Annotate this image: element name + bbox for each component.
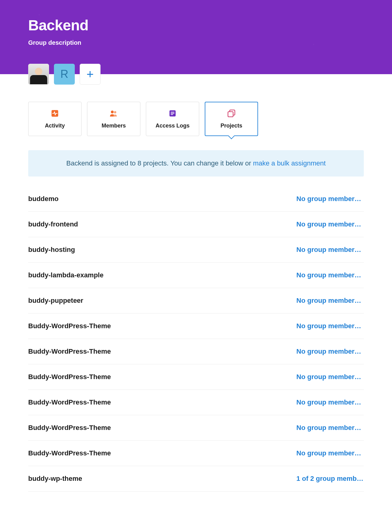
project-name: buddemo	[28, 195, 59, 203]
tab-activity[interactable]: Activity	[28, 102, 82, 136]
project-status-link[interactable]: No group members i...	[296, 322, 364, 330]
project-status-link[interactable]: No group members i...	[296, 348, 364, 355]
member-avatar-letter[interactable]: R	[54, 64, 75, 85]
project-name: Buddy-WordPress-Theme	[28, 424, 111, 432]
tab-access-logs[interactable]: Access Logs	[146, 102, 199, 136]
main-content: ActivityMembersAccess LogsProjects Backe…	[0, 74, 392, 492]
page-subtitle: Group description	[28, 39, 364, 46]
tab-members[interactable]: Members	[87, 102, 140, 136]
project-row[interactable]: buddy-puppeteerNo group members i...	[28, 288, 364, 314]
tab-label: Access Logs	[155, 123, 189, 129]
svg-rect-8	[228, 112, 233, 117]
project-status-link[interactable]: No group members i...	[296, 398, 364, 406]
project-status-link[interactable]: No group members i...	[296, 449, 364, 457]
project-name: buddy-hosting	[28, 246, 75, 254]
bulk-assignment-link[interactable]: make a bulk assignment	[253, 159, 325, 167]
project-status-link[interactable]: No group members i...	[296, 271, 364, 279]
page-title: Backend	[28, 17, 364, 34]
projects-icon	[227, 109, 236, 118]
project-status-link[interactable]: No group members i...	[296, 424, 364, 432]
project-row[interactable]: buddy-hostingNo group members i...	[28, 237, 364, 263]
project-status-link[interactable]: No group members i...	[296, 297, 364, 305]
project-name: buddy-puppeteer	[28, 297, 83, 305]
tab-projects[interactable]: Projects	[205, 102, 258, 136]
tab-label: Members	[101, 123, 126, 129]
avatar-row: R +	[28, 64, 101, 85]
project-row[interactable]: Buddy-WordPress-ThemeNo group members i.…	[28, 314, 364, 339]
hero-banner: Backend Group description R +	[0, 0, 392, 74]
svg-point-1	[111, 110, 114, 113]
project-row[interactable]: Buddy-WordPress-ThemeNo group members i.…	[28, 390, 364, 415]
member-avatar-photo[interactable]	[28, 64, 49, 85]
project-status-link[interactable]: No group members i...	[296, 220, 364, 228]
activity-icon	[51, 109, 59, 118]
project-row[interactable]: buddemoNo group members i...	[28, 195, 364, 212]
project-row[interactable]: buddy-lambda-exampleNo group members i..…	[28, 263, 364, 288]
svg-point-2	[114, 111, 116, 113]
project-status-link[interactable]: No group members i...	[296, 195, 364, 203]
project-name: buddy-lambda-example	[28, 271, 104, 279]
tab-label: Activity	[45, 123, 65, 129]
project-name: Buddy-WordPress-Theme	[28, 322, 111, 330]
svg-rect-5	[171, 113, 174, 114]
project-name: Buddy-WordPress-Theme	[28, 398, 111, 406]
project-status-link[interactable]: No group members i...	[296, 246, 364, 254]
project-name: buddy-frontend	[28, 220, 78, 228]
project-row[interactable]: buddy-wp-theme1 of 2 group member...	[28, 466, 364, 492]
project-row[interactable]: Buddy-WordPress-ThemeNo group members i.…	[28, 415, 364, 441]
svg-rect-6	[171, 114, 173, 115]
project-row[interactable]: buddy-frontendNo group members i...	[28, 212, 364, 237]
svg-rect-4	[171, 112, 174, 112]
project-row[interactable]: Buddy-WordPress-ThemeNo group members i.…	[28, 441, 364, 466]
project-row[interactable]: Buddy-WordPress-ThemeNo group members i.…	[28, 339, 364, 364]
project-name: Buddy-WordPress-Theme	[28, 348, 111, 355]
access-logs-icon	[168, 109, 177, 118]
project-name: Buddy-WordPress-Theme	[28, 373, 111, 381]
banner-text: Backend is assigned to 8 projects. You c…	[66, 159, 253, 167]
members-icon	[109, 109, 118, 118]
project-name: buddy-wp-theme	[28, 475, 82, 483]
project-list: buddemoNo group members i...buddy-fronte…	[28, 195, 364, 492]
tab-label: Projects	[220, 123, 242, 129]
project-status-link[interactable]: 1 of 2 group member...	[296, 475, 364, 483]
add-member-button[interactable]: +	[80, 64, 101, 85]
project-status-link[interactable]: No group members i...	[296, 373, 364, 381]
assignment-banner: Backend is assigned to 8 projects. You c…	[28, 150, 364, 177]
project-name: Buddy-WordPress-Theme	[28, 449, 111, 457]
tab-strip: ActivityMembersAccess LogsProjects	[28, 102, 364, 136]
project-row[interactable]: Buddy-WordPress-ThemeNo group members i.…	[28, 364, 364, 390]
